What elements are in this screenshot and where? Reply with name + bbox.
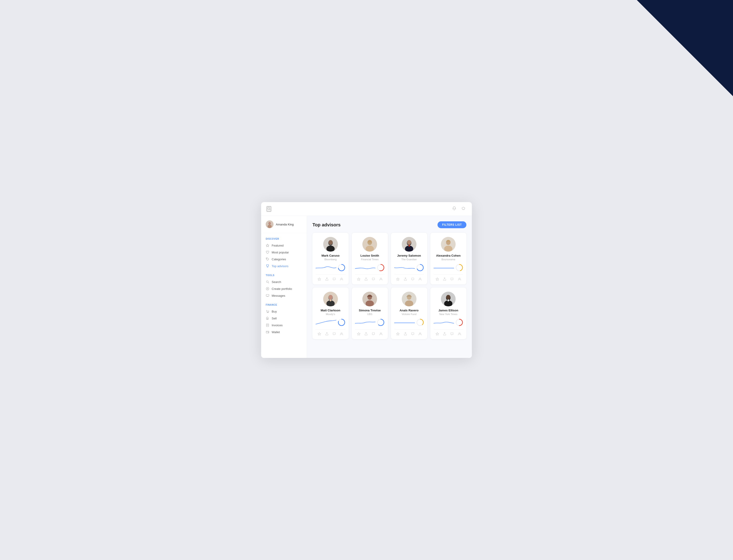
- header-search-button[interactable]: [267, 206, 271, 212]
- share-button-mark-caruso[interactable]: [325, 277, 330, 281]
- sidebar-item-sell[interactable]: Sell: [261, 315, 307, 322]
- star-button-james-ellison[interactable]: [435, 332, 440, 336]
- comment-button-louise-smith[interactable]: [371, 277, 376, 281]
- comment-button-jeremy-salomon[interactable]: [410, 277, 415, 281]
- follow-button-simona-trevise[interactable]: [378, 332, 383, 336]
- discover-label: DISCOVER: [261, 238, 307, 240]
- sidebar-item-categories[interactable]: Categories: [261, 256, 307, 263]
- sidebar-item-featured[interactable]: Featured: [261, 242, 307, 249]
- svg-marker-51: [436, 278, 439, 280]
- comment-button-simona-trevise[interactable]: [371, 332, 376, 336]
- star-button-jeremy-salomon[interactable]: [395, 277, 400, 281]
- most-popular-label: Most popular: [272, 251, 289, 254]
- advisor-org-simona-trevise: UBS: [367, 313, 372, 316]
- sparkline-anais-ravero: [394, 318, 415, 327]
- advisor-name-james-ellison: James Ellison: [438, 309, 458, 312]
- advisor-card-anais-ravero: Anaïs Ravero Victoire Fund: [391, 288, 427, 339]
- notifications-button[interactable]: [451, 205, 457, 212]
- create-portfolio-label: Create portfolio: [272, 287, 292, 291]
- advisor-org-anais-ravero: Victoire Fund: [401, 313, 416, 316]
- content-area: Top advisors FILTERS LIST Mark Caruso Bl…: [307, 216, 472, 358]
- advisor-name-mark-caruso: Mark Caruso: [322, 254, 340, 257]
- follow-button-anais-ravero[interactable]: [417, 332, 422, 336]
- advisor-card-james-ellison: James Ellison New York Times: [430, 288, 466, 339]
- follow-button-mark-caruso[interactable]: [339, 277, 344, 281]
- svg-point-4: [269, 222, 271, 225]
- svg-line-9: [268, 282, 269, 283]
- comment-button-anais-ravero[interactable]: [410, 332, 415, 336]
- sparkline-simona-trevise: [355, 318, 376, 327]
- share-button-louise-smith[interactable]: [364, 277, 368, 281]
- header: [261, 202, 472, 216]
- sidebar-section-finance: FINANCE Buy Sell Inv: [261, 304, 307, 335]
- sidebar-item-create-portfolio[interactable]: Create portfolio: [261, 285, 307, 292]
- svg-point-14: [267, 312, 268, 313]
- sidebar-item-wallet[interactable]: Wallet: [261, 329, 307, 335]
- advisor-chart-james-ellison: [433, 318, 463, 327]
- share-button-james-ellison[interactable]: [442, 332, 447, 336]
- share-button-anais-ravero[interactable]: [403, 332, 408, 336]
- advisor-actions-james-ellison: [433, 329, 463, 336]
- svg-point-0: [268, 207, 270, 209]
- star-icon: [266, 244, 269, 247]
- svg-marker-35: [357, 278, 360, 280]
- star-button-simona-trevise[interactable]: [356, 332, 361, 336]
- svg-line-1: [270, 209, 271, 210]
- advisor-actions-matt-clarkson: [316, 329, 346, 336]
- star-button-anais-ravero[interactable]: [395, 332, 400, 336]
- power-button[interactable]: [460, 205, 466, 212]
- follow-button-jeremy-salomon[interactable]: [417, 277, 422, 281]
- comment-button-james-ellison[interactable]: [449, 332, 454, 336]
- app-window: Amanda King DISCOVER Featured Most popul…: [261, 202, 472, 358]
- advisor-photo-anais-ravero: [402, 292, 416, 306]
- svg-point-78: [446, 295, 450, 299]
- share-button-alexandra-cohen[interactable]: [442, 277, 447, 281]
- wallet-label: Wallet: [272, 330, 280, 334]
- advisor-org-louise-smith: Financial Times: [361, 258, 378, 261]
- sidebar-item-search[interactable]: Search: [261, 278, 307, 285]
- sidebar-item-buy[interactable]: Buy: [261, 308, 307, 315]
- comment-button-mark-caruso[interactable]: [332, 277, 337, 281]
- sidebar-item-most-popular[interactable]: Most popular: [261, 249, 307, 256]
- filters-list-button[interactable]: FILTERS LIST: [437, 221, 466, 228]
- advisor-actions-anais-ravero: [394, 329, 424, 336]
- advisor-photo-louise-smith: [363, 237, 377, 252]
- featured-label: Featured: [272, 244, 284, 247]
- donut-mark-caruso: [338, 264, 346, 272]
- comment-button-matt-clarkson[interactable]: [332, 332, 337, 336]
- svg-marker-60: [318, 332, 321, 335]
- share-button-jeremy-salomon[interactable]: [403, 277, 408, 281]
- finance-label: FINANCE: [261, 304, 307, 306]
- svg-rect-16: [267, 318, 268, 319]
- comment-button-alexandra-cohen[interactable]: [449, 277, 454, 281]
- star-button-matt-clarkson[interactable]: [317, 332, 322, 336]
- advisor-photo-matt-clarkson: [323, 292, 338, 306]
- svg-marker-6: [266, 244, 269, 247]
- share-button-matt-clarkson[interactable]: [325, 332, 330, 336]
- follow-button-james-ellison[interactable]: [457, 332, 462, 336]
- svg-point-7: [267, 258, 267, 259]
- advisor-actions-mark-caruso: [316, 275, 346, 281]
- donut-louise-smith: [377, 264, 384, 272]
- plus-circle-icon: [266, 287, 269, 291]
- sidebar-item-top-advisors[interactable]: Top advisors: [261, 263, 307, 269]
- advisor-actions-louise-smith: [355, 275, 385, 281]
- share-button-simona-trevise[interactable]: [364, 332, 368, 336]
- sparkline-jeremy-salomon: [394, 264, 415, 272]
- advisor-card-alexandra-cohen: Alexandra Cohen Boursorama: [430, 233, 466, 284]
- sidebar-username: Amanda King: [276, 223, 294, 226]
- advisor-name-alexandra-cohen: Alexandra Cohen: [436, 254, 461, 257]
- follow-button-alexandra-cohen[interactable]: [457, 277, 462, 281]
- follow-button-matt-clarkson[interactable]: [339, 332, 344, 336]
- star-button-louise-smith[interactable]: [356, 277, 361, 281]
- sparkline-alexandra-cohen: [433, 264, 454, 272]
- sidebar-item-messages[interactable]: Messages: [261, 292, 307, 299]
- sidebar-user: Amanda King: [261, 220, 307, 233]
- follow-button-louise-smith[interactable]: [378, 277, 383, 281]
- star-button-alexandra-cohen[interactable]: [435, 277, 440, 281]
- svg-rect-20: [266, 331, 269, 333]
- advisors-grid: Mark Caruso Bloomberg: [313, 233, 466, 339]
- sidebar-item-invoices[interactable]: Invoices: [261, 322, 307, 329]
- star-button-mark-caruso[interactable]: [317, 277, 322, 281]
- wallet-icon: [266, 330, 269, 334]
